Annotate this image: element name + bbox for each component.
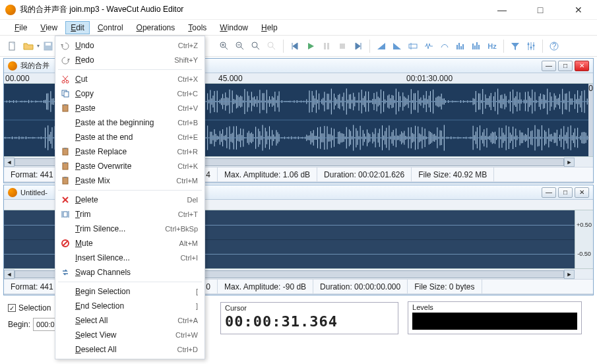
svg-rect-21 bbox=[460, 46, 462, 49]
menu-item-paste[interactable]: PasteCtrl+V bbox=[55, 101, 204, 115]
bars1-icon[interactable] bbox=[453, 39, 468, 53]
doc2-max-button[interactable]: □ bbox=[558, 187, 573, 198]
svg-rect-48 bbox=[64, 177, 67, 178]
menu-item-deselect-all[interactable]: Deselect AllCtrl+D bbox=[55, 342, 204, 357]
stop-icon[interactable] bbox=[335, 39, 350, 53]
svg-rect-24 bbox=[474, 46, 476, 49]
menu-item-copy[interactable]: CopyCtrl+C bbox=[55, 86, 204, 101]
open-folder-icon[interactable] bbox=[21, 39, 36, 53]
menu-help[interactable]: Help bbox=[256, 21, 283, 34]
svg-point-30 bbox=[528, 43, 530, 45]
doc1-close-button[interactable]: ✕ bbox=[575, 61, 589, 71]
zoom-sel-icon[interactable] bbox=[265, 39, 279, 53]
zoom-in-icon[interactable] bbox=[217, 39, 232, 53]
menu-item-end-selection[interactable]: End Selection] bbox=[55, 299, 204, 313]
svg-rect-44 bbox=[64, 148, 67, 149]
scroll-right-icon[interactable]: ► bbox=[564, 158, 575, 167]
menu-item-cut[interactable]: CutCtrl+X bbox=[55, 72, 204, 86]
levels-panel: Levels bbox=[408, 301, 582, 334]
menu-item-label: Cut bbox=[75, 75, 177, 84]
play-icon[interactable] bbox=[303, 39, 318, 53]
swap-icon bbox=[59, 268, 71, 277]
menu-item-label: Mute bbox=[75, 239, 179, 248]
menu-item-label: Select All bbox=[75, 316, 177, 325]
hz-icon[interactable]: Hz bbox=[485, 39, 499, 53]
menu-item-shortcut: Ctrl+K bbox=[177, 162, 198, 170]
skip-end-icon[interactable] bbox=[351, 39, 365, 53]
status-maxamp: Max. Amplitude: -90 dB bbox=[218, 280, 313, 293]
doc2-min-button[interactable]: — bbox=[542, 187, 556, 198]
window-close-button[interactable]: ✕ bbox=[565, 3, 592, 16]
menu-item-mute[interactable]: MuteAlt+M bbox=[55, 236, 204, 251]
fade-in-icon[interactable] bbox=[374, 39, 389, 53]
svg-rect-15 bbox=[327, 43, 329, 49]
help-icon[interactable]: ? bbox=[547, 39, 561, 53]
doc2-close-button[interactable]: ✕ bbox=[575, 187, 589, 198]
window-minimize-button[interactable]: — bbox=[489, 3, 515, 16]
paste-icon bbox=[59, 162, 71, 171]
menu-item-paste-at-the-end[interactable]: Paste at the endCtrl+E bbox=[55, 130, 204, 144]
menu-view[interactable]: View bbox=[35, 21, 63, 34]
save-icon[interactable] bbox=[41, 39, 55, 53]
effect1-icon[interactable] bbox=[406, 39, 420, 53]
menu-item-select-all[interactable]: Select AllCtrl+A bbox=[55, 313, 204, 328]
levels-meter bbox=[412, 313, 577, 330]
menu-item-label: Paste at the beginning bbox=[75, 118, 177, 127]
zoom-out-icon[interactable] bbox=[233, 39, 247, 53]
menu-item-select-view[interactable]: Select ViewCtrl+W bbox=[55, 328, 204, 342]
window-maximize-button[interactable]: □ bbox=[527, 3, 553, 16]
sliders-icon[interactable] bbox=[524, 39, 538, 53]
svg-line-55 bbox=[63, 241, 68, 246]
menu-item-shortcut: Ctrl+X bbox=[177, 75, 198, 83]
svg-rect-25 bbox=[476, 42, 478, 49]
menu-item-begin-selection[interactable]: Begin Selection[ bbox=[55, 284, 204, 299]
menu-file[interactable]: File bbox=[9, 21, 32, 34]
filter-icon[interactable] bbox=[508, 39, 522, 53]
menu-item-swap-channels[interactable]: Swap Channels bbox=[55, 265, 204, 280]
bars2-icon[interactable] bbox=[469, 39, 484, 53]
paste-icon bbox=[59, 104, 71, 113]
paste-icon bbox=[59, 147, 71, 156]
cut-icon bbox=[59, 75, 71, 84]
effect3-icon[interactable] bbox=[437, 39, 452, 53]
skip-start-icon[interactable] bbox=[288, 39, 302, 53]
menu-item-paste-at-the-beginning[interactable]: Paste at the beginningCtrl+B bbox=[55, 115, 204, 130]
scroll-left-icon[interactable]: ◄ bbox=[4, 270, 15, 279]
scroll-left-icon[interactable]: ◄ bbox=[4, 158, 15, 167]
doc1-scale: 0 bbox=[588, 84, 593, 156]
menu-window[interactable]: Window bbox=[214, 21, 253, 34]
menu-item-shortcut: Ctrl+W bbox=[175, 331, 198, 339]
zoom-fit-icon[interactable] bbox=[249, 39, 263, 53]
menu-item-shortcut: Ctrl+M bbox=[176, 177, 198, 185]
menu-tools[interactable]: Tools bbox=[183, 21, 212, 34]
svg-rect-23 bbox=[472, 44, 474, 49]
doc1-min-button[interactable]: — bbox=[542, 61, 556, 71]
menu-operations[interactable]: Operations bbox=[131, 21, 181, 34]
svg-rect-40 bbox=[64, 92, 69, 97]
menu-item-insert-silence-[interactable]: Insert Silence...Ctrl+I bbox=[55, 251, 204, 265]
fade-out-icon[interactable] bbox=[390, 39, 404, 53]
window-titlebar: 我的合并声音 join.mp3 - WaveCut Audio Editor —… bbox=[0, 0, 597, 20]
doc1-max-button[interactable]: □ bbox=[558, 61, 573, 71]
menu-item-trim[interactable]: TrimCtrl+T bbox=[55, 207, 204, 222]
menu-item-paste-overwrite[interactable]: Paste OverwriteCtrl+K bbox=[55, 159, 204, 173]
menu-item-paste-replace[interactable]: Paste ReplaceCtrl+R bbox=[55, 144, 204, 159]
menu-item-shortcut: Ctrl+A bbox=[177, 317, 198, 324]
menu-item-shortcut: Ctrl+D bbox=[177, 346, 198, 353]
trim-icon bbox=[59, 210, 71, 219]
menu-control[interactable]: Control bbox=[92, 21, 129, 34]
begin-label: Begin: bbox=[8, 320, 30, 329]
svg-rect-19 bbox=[456, 45, 458, 49]
menu-item-trim-silence-[interactable]: Trim Silence...Ctrl+BkSp bbox=[55, 222, 204, 236]
scroll-right-icon[interactable]: ► bbox=[564, 270, 575, 279]
menu-item-label: Insert Silence... bbox=[75, 253, 180, 262]
menu-item-label: Trim Silence... bbox=[75, 224, 165, 233]
scale-top: +0.50 bbox=[575, 210, 593, 239]
pause-icon[interactable] bbox=[319, 39, 334, 53]
menu-item-shortcut: Ctrl+R bbox=[177, 148, 198, 156]
effect2-icon[interactable] bbox=[422, 39, 436, 53]
new-file-icon[interactable] bbox=[5, 39, 20, 53]
menu-item-delete[interactable]: DeleteDel bbox=[55, 193, 204, 207]
menu-edit[interactable]: Edit bbox=[65, 21, 90, 34]
menu-item-paste-mix[interactable]: Paste MixCtrl+M bbox=[55, 173, 204, 188]
